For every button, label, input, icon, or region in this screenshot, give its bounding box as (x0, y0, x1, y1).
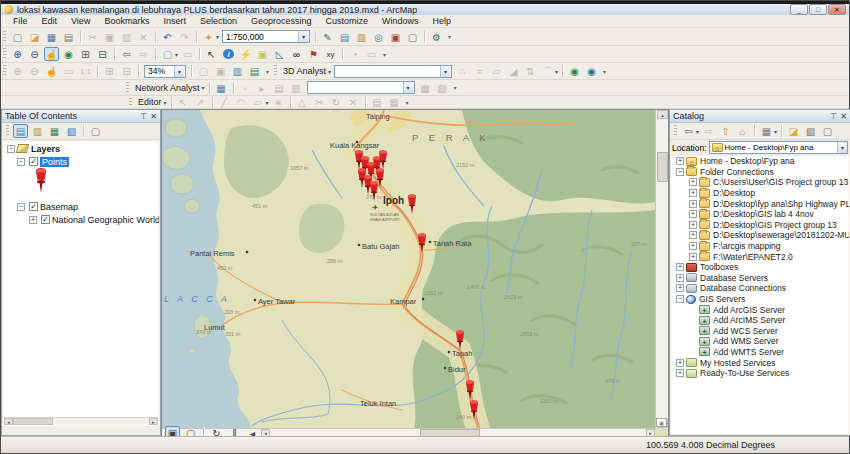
menu-help[interactable]: Help (427, 15, 458, 27)
network-properties-icon[interactable]: ▧ (435, 81, 450, 95)
layers-group-label[interactable]: Layers (31, 144, 60, 154)
catalog-item-ready-to-use-services[interactable]: +Ready-To-Use Services (671, 368, 849, 379)
toc-options-icon[interactable]: ▢ (88, 124, 103, 138)
fixed-zoom-out-icon[interactable]: ⊟ (95, 47, 110, 61)
toolbar-overflow-icon[interactable]: ▾ (263, 68, 272, 75)
change-layout-icon[interactable]: ▥ (230, 64, 245, 78)
toolbar-overflow-icon[interactable]: ▾ (403, 99, 412, 106)
list-by-visibility-icon[interactable]: ▦ (47, 124, 62, 138)
list-by-selection-icon[interactable]: ▧ (64, 124, 79, 138)
catalog-item-add-wms-server[interactable]: +Add WMS Server (671, 336, 849, 347)
chevron-down-icon[interactable]: ▾ (403, 82, 413, 93)
expander-icon[interactable]: + (676, 157, 684, 165)
network-dataset-combo-input[interactable] (308, 82, 403, 93)
new-map-icon[interactable]: ▢ (10, 30, 25, 44)
go-to-xy-icon[interactable]: xy (323, 47, 338, 61)
map-view[interactable]: 1057 m451 m2152 m278 m452 m256 m203 m370… (161, 109, 669, 438)
chevron-down-icon[interactable]: ▾ (216, 33, 219, 40)
expander-icon[interactable]: + (689, 231, 697, 239)
chevron-down-icon[interactable]: ▾ (175, 51, 178, 58)
layout-zoom-in-icon[interactable]: ⊕ (10, 64, 25, 78)
toolbar-grip[interactable] (3, 31, 6, 43)
pan-icon[interactable]: ☝ (44, 47, 59, 61)
redo-icon[interactable]: ↷ (177, 30, 192, 44)
points-layer-label[interactable]: Points (40, 157, 69, 167)
chevron-down-icon[interactable]: ▾ (696, 128, 699, 135)
catalog-window-icon[interactable]: ▥ (354, 30, 369, 44)
midpoint-icon[interactable]: ∗ (271, 96, 286, 109)
expander-icon[interactable]: + (689, 178, 697, 186)
scroll-up-icon[interactable]: ▴ (657, 110, 668, 119)
build-network-icon[interactable]: ▦ (418, 81, 433, 95)
list-by-source-icon[interactable]: ▥ (30, 124, 45, 138)
expander-icon[interactable]: + (689, 200, 697, 208)
catalog-item-d-desktop[interactable]: +D:\Desktop (671, 188, 849, 199)
forward-extent-icon[interactable]: ⇨ (136, 47, 151, 61)
measure-icon[interactable]: ◺ (272, 47, 287, 61)
expander-icon[interactable]: + (676, 284, 684, 292)
toolbar-overflow-icon[interactable]: ▾ (380, 51, 389, 58)
close-button[interactable]: ✕ (828, 4, 846, 15)
toolbar-overflow-icon[interactable]: ▾ (445, 33, 454, 40)
catalog-options-icon[interactable]: ▢ (820, 124, 835, 138)
map-scale-combo-input[interactable] (223, 31, 298, 42)
template-icon[interactable]: ▱ (251, 96, 266, 109)
save-icon[interactable]: ▦ (44, 30, 59, 44)
expander-icon[interactable]: − (676, 295, 684, 303)
python-window-icon[interactable]: ▢ (405, 30, 420, 44)
catalog-back-icon[interactable]: ⇦ (681, 124, 696, 138)
scroll-corner-button[interactable]: ▣ (656, 418, 667, 427)
catalog-item-add-wcs-server[interactable]: +Add WCS Server (671, 326, 849, 337)
zoom-whole-page-icon[interactable]: ▭ (61, 64, 76, 78)
toolbar-grip[interactable] (3, 65, 6, 76)
editor-menu[interactable]: Editor (135, 97, 165, 107)
steepest-path-icon[interactable]: ⇅ (523, 64, 538, 78)
toc-hscrollbar[interactable]: ◂ ▸ (4, 417, 158, 425)
expander-icon[interactable]: + (676, 369, 684, 377)
expander-icon[interactable]: − (676, 168, 684, 176)
catalog-item-gis-servers[interactable]: −GIS Servers (671, 294, 849, 305)
time-slider-icon[interactable]: ◔ (347, 47, 362, 61)
natgeo-layer-label[interactable]: National Geographic World Map (52, 215, 159, 225)
reshape-feature-icon[interactable]: △ (295, 96, 310, 109)
menu-bookmarks[interactable]: Bookmarks (98, 15, 155, 27)
basemap-expander[interactable]: − (17, 203, 25, 211)
cut-icon[interactable]: ✂ (85, 30, 100, 44)
solve-icon[interactable]: ▸ (255, 81, 270, 95)
focus-data-frame-icon[interactable]: ▣ (213, 64, 228, 78)
undo-icon[interactable]: ↶ (160, 30, 175, 44)
find-icon[interactable]: ∞ (289, 47, 304, 61)
threed-layer-combo[interactable]: ▾ (334, 65, 452, 78)
basemap-layer-label[interactable]: Basemap (40, 202, 78, 212)
directions-window-icon[interactable]: ▤ (272, 81, 287, 95)
interpolate-polygon-icon[interactable]: ▱ (489, 64, 504, 78)
points-checkbox[interactable]: ✓ (29, 157, 38, 166)
close-panel-icon[interactable]: ✕ (150, 112, 157, 121)
hyperlink-icon[interactable]: ⚡ (238, 47, 253, 61)
location-combo[interactable]: ⌂ Home - Desktop\Fyp ana ▾ (709, 141, 849, 154)
endpoint-arc-icon[interactable]: ◠ (234, 96, 249, 109)
catalog-item-f-arcgis-mapping[interactable]: +F:\arcgis mapping (671, 241, 849, 252)
fixed-zoom-in-icon[interactable]: ⊞ (78, 47, 93, 61)
expander-icon[interactable]: + (689, 189, 697, 197)
basemap-checkbox[interactable]: ✓ (29, 202, 38, 211)
create-network-location-icon[interactable]: ▫ (238, 81, 253, 95)
toolbar-overflow-icon[interactable]: ▾ (451, 84, 460, 91)
arcglobe-icon[interactable]: ◉ (567, 64, 582, 78)
catalog-item-add-arcgis-server[interactable]: +Add ArcGIS Server (671, 304, 849, 315)
catalog-item-f-water-epanet2-0[interactable]: +F:\Water\EPANET2.0 (671, 251, 849, 262)
expander-icon[interactable]: + (676, 359, 684, 367)
arctoolbox-window-icon[interactable]: ▣ (388, 30, 403, 44)
catalog-item-d-desktop-sewerage-20181202-mufti-new[interactable]: +D:\Desktop\sewerage\20181202-MUFTI NEW (671, 230, 849, 241)
catalog-forward-icon[interactable]: ⇨ (701, 124, 716, 138)
toggle-contents-panel-icon[interactable]: ▧ (803, 124, 818, 138)
contour-icon[interactable]: ⌒ (540, 64, 555, 78)
expander-icon[interactable]: + (676, 263, 684, 271)
close-panel-icon[interactable]: ✕ (840, 112, 847, 121)
copy-icon[interactable]: ▣ (102, 30, 117, 44)
network-dataset-combo[interactable]: ▾ (307, 81, 415, 94)
interpolate-point-icon[interactable]: ∴ (455, 64, 470, 78)
split-tool-icon[interactable]: ✕ (346, 96, 361, 109)
open-icon[interactable]: ◪ (27, 30, 42, 44)
network-analyst-menu[interactable]: Network Analyst (132, 83, 203, 93)
